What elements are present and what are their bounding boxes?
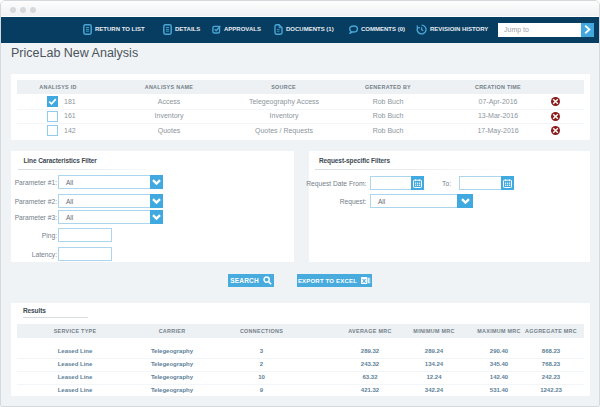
svg-text:X: X (362, 278, 366, 284)
